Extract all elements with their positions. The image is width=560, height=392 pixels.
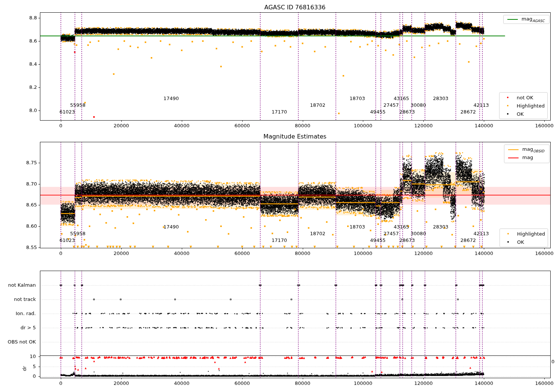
legend-label: magAGASC	[522, 16, 545, 23]
tick-label: 140000	[475, 381, 493, 386]
legend-row: OK	[500, 110, 547, 118]
red-dot-icon	[507, 97, 508, 98]
tick-label: 28303	[433, 224, 448, 230]
tick-label: 8.60	[26, 224, 37, 229]
legend-mag-lines: magOBSID mag	[504, 144, 550, 163]
tick-label: 0	[59, 123, 62, 128]
tick-label: 30080	[411, 231, 426, 236]
tick-label: 28303	[433, 96, 448, 101]
legend-label: Highlighted	[517, 231, 545, 237]
tick-label: 55958	[70, 103, 85, 108]
tick-label: not Kalman	[8, 283, 36, 288]
tick-label: 28673	[399, 109, 415, 115]
legend-row: magAGASC	[504, 15, 549, 24]
legend-label: OK	[517, 111, 524, 117]
legend-label: magOBSID	[522, 146, 544, 153]
tick-label: 28673	[399, 238, 415, 243]
tick-label: 0	[59, 381, 62, 386]
tick-label: 10	[29, 354, 36, 359]
tick-label: 42113	[473, 231, 489, 236]
legend-mag-agasc: magAGASC	[503, 15, 550, 24]
tick-label: 27457	[383, 103, 399, 108]
tick-label: 8.4	[29, 62, 37, 67]
tick-label: 40000	[174, 123, 189, 128]
legend-row: mag	[504, 154, 549, 162]
tick-label: 60000	[234, 251, 250, 256]
tick-label: 100000	[354, 381, 373, 386]
tick-label: 8.8	[29, 15, 37, 21]
legend-row: OK	[500, 238, 548, 246]
tick-label: 18703	[349, 224, 365, 230]
tick-label: 17170	[271, 109, 287, 115]
tick-label: 55958	[70, 231, 85, 236]
tick-label: 100000	[354, 251, 373, 256]
legend-row: magOBSID	[504, 146, 549, 154]
tick-label: 8.70	[26, 181, 37, 187]
black-dot-icon	[507, 113, 508, 115]
tick-label: 8.2	[29, 85, 37, 90]
tick-label: 80000	[295, 123, 310, 128]
tick-label: 8.65	[26, 202, 37, 208]
tick-label: 8.75	[26, 160, 37, 165]
tick-label: dr > 5	[21, 325, 36, 330]
tick-label: 120000	[414, 381, 433, 386]
tick-label: 0	[59, 251, 62, 256]
tick-label: 18702	[310, 231, 325, 236]
black-dot-icon	[507, 241, 509, 243]
legend-row: Highlighted	[500, 230, 548, 238]
plot-canvas	[0, 0, 560, 392]
tick-label: 80000	[295, 251, 310, 256]
dr-axis-label: dr	[22, 366, 27, 371]
tick-label: 28672	[460, 238, 476, 243]
tick-label: 160000	[535, 123, 554, 128]
tick-label: 61023	[59, 109, 75, 115]
right-zero-tick-label: 0	[551, 359, 554, 364]
tick-label: 40000	[174, 251, 189, 256]
legend-middle-markers: Highlighted OK	[500, 228, 548, 247]
tick-label: 20000	[113, 123, 129, 128]
tick-label: 160000	[535, 381, 554, 386]
tick-label: 120000	[414, 251, 433, 256]
tick-label: 8.6	[29, 38, 37, 44]
tick-label: 100000	[354, 123, 373, 128]
tick-label: 80000	[295, 381, 310, 386]
figure: AGASC ID 76816336 Magnitude Estimates ma…	[0, 0, 560, 392]
tick-label: 0	[33, 374, 36, 379]
tick-label: 140000	[475, 123, 493, 128]
legend-label: mag	[522, 155, 533, 161]
tick-label: 8.0	[29, 108, 37, 113]
tick-label: 60000	[234, 381, 250, 386]
legend-label: not OK	[517, 95, 533, 100]
legend-row: not OK	[500, 93, 547, 102]
tick-label: 60000	[234, 123, 250, 128]
tick-label: 5	[33, 364, 36, 369]
orange-dot-icon	[507, 105, 508, 106]
tick-label: Ion. rad.	[16, 311, 36, 316]
orange-dot-icon	[507, 233, 509, 234]
tick-label: 49455	[370, 238, 385, 243]
tick-label: 17170	[271, 238, 287, 243]
legend-label: Highlighted	[517, 103, 545, 109]
legend-label: OK	[517, 239, 524, 245]
red-line-sample-icon	[508, 158, 519, 158]
tick-label: 43165	[393, 224, 409, 230]
tick-label: 61023	[59, 238, 75, 243]
tick-label: 20000	[113, 381, 129, 386]
legend-row: Highlighted	[500, 102, 547, 110]
tick-label: 43165	[393, 96, 409, 101]
tick-label: 18703	[349, 96, 365, 101]
tick-label: 120000	[414, 123, 433, 128]
legend-top-markers: not OK Highlighted OK	[499, 92, 548, 119]
tick-label: OBS not OK	[8, 339, 36, 345]
tick-label: 18702	[310, 103, 325, 108]
tick-label: 42113	[473, 103, 489, 108]
tick-label: 40000	[174, 381, 189, 386]
tick-label: 17490	[164, 96, 179, 101]
tick-label: 49455	[370, 109, 385, 115]
tick-label: not track	[14, 297, 36, 302]
tick-label: 28672	[460, 109, 476, 115]
tick-label: 30080	[411, 103, 426, 108]
middle-plot-title: Magnitude Estimates	[264, 133, 327, 140]
top-plot-title: AGASC ID 76816336	[264, 4, 326, 11]
tick-label: 17490	[164, 224, 179, 230]
